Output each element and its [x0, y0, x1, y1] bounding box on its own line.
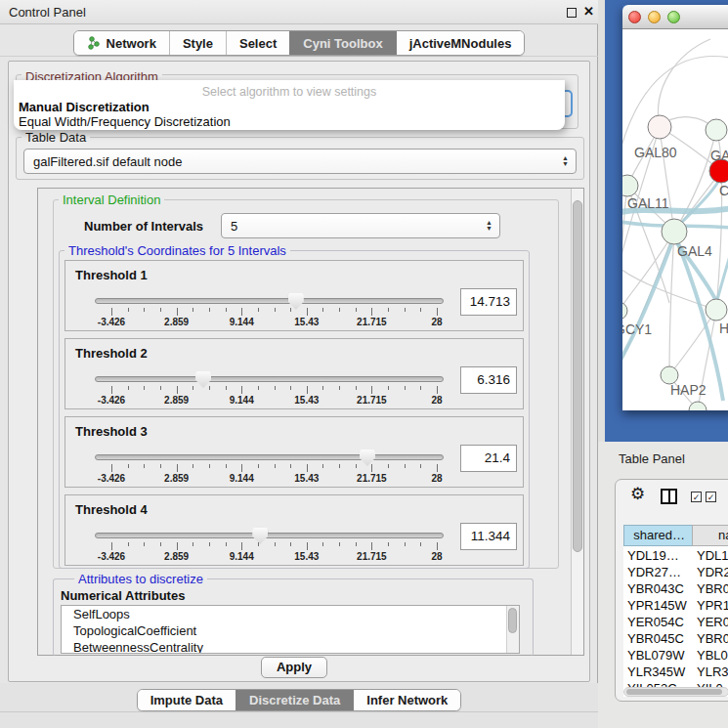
network-node[interactable] [706, 299, 727, 321]
network-node[interactable] [622, 302, 627, 320]
columns-icon[interactable] [661, 489, 677, 504]
column-header-name[interactable]: na [692, 525, 728, 546]
tick-label: -3.426 [98, 473, 125, 484]
network-icon [87, 36, 101, 50]
float-window-icon[interactable] [567, 8, 577, 18]
tab-jactivemnodules[interactable]: jActiveMNodules [396, 31, 525, 55]
table-data-select[interactable]: galFiltered.sif default node ▲▼ [23, 149, 577, 174]
threshold-slider-track[interactable] [95, 533, 444, 538]
tick-mark [339, 464, 340, 468]
tick-mark [258, 464, 259, 468]
network-node[interactable] [706, 119, 727, 141]
table-row[interactable]: YLR345WYLR3 [623, 664, 728, 680]
table-horizontal-scrollbar[interactable] [623, 687, 728, 697]
network-node[interactable] [648, 115, 671, 139]
attribute-item[interactable]: SelfLoops [62, 606, 519, 622]
tab-network[interactable]: Network [74, 31, 169, 55]
tick-mark [437, 386, 438, 394]
bottom-tab-impute-data[interactable]: Impute Data [138, 690, 236, 710]
threshold-slider-track[interactable] [95, 376, 444, 382]
slider-ticks [111, 308, 437, 317]
table-row[interactable]: YDR27…YDR2 [623, 564, 728, 580]
bottom-tab-discretize-data[interactable]: Discretize Data [236, 690, 353, 710]
table-cell-shared-name: YLR345W [623, 664, 693, 680]
number-of-intervals-select[interactable]: 5 ▲▼ [221, 213, 500, 238]
table-row[interactable]: YBL079WYBL0 [623, 647, 728, 664]
network-canvas[interactable]: GAL80GACGAL11GAL4GCY1HHAP2 [622, 29, 728, 410]
bottom-tab-infer-network[interactable]: Infer Network [353, 690, 460, 710]
tick-mark [209, 542, 210, 546]
close-traffic-light[interactable] [628, 11, 641, 23]
slider-ticks [111, 464, 437, 473]
screen: Control Panel ✕ NetworkStyleSelectCyni T… [0, 0, 728, 728]
slider-tick-labels: -3.4262.8599.14415.4321.71528 [111, 317, 437, 328]
threshold-value-field[interactable]: 11.344 [460, 523, 517, 550]
threshold-value-field[interactable]: 21.4 [460, 445, 517, 472]
algorithm-option-equal-width[interactable]: Equal Width/Frequency Discretization [18, 114, 561, 129]
table-cell-name: YBR0 [693, 580, 728, 597]
threshold-value-field[interactable]: 14.713 [460, 288, 517, 316]
table-row[interactable]: YBR043CYBR0 [623, 580, 728, 597]
tick-label: 2.859 [164, 473, 189, 484]
zoom-traffic-light[interactable] [667, 11, 680, 23]
network-edge[interactable] [660, 127, 674, 232]
network-edge-highlighted[interactable] [681, 182, 718, 223]
table-row[interactable]: YPR145WYPR1 [623, 597, 728, 614]
checkbox-icon[interactable]: ✓ [706, 492, 716, 502]
tab-style[interactable]: Style [169, 31, 226, 55]
table-row[interactable]: YBR045CYBR0 [623, 630, 728, 647]
network-node[interactable] [622, 175, 638, 196]
tab-label: Cyni Toolbox [303, 36, 382, 51]
tick-mark [226, 386, 227, 390]
tick-mark [258, 308, 259, 312]
minimize-traffic-light[interactable] [648, 11, 661, 23]
threshold-box-1: Threshold 1-3.4262.8599.14415.4321.71528… [64, 260, 524, 331]
table-panel: Table Panel ⚙ ✓ ✓ shared… na YDL19…YDL1Y… [598, 442, 728, 728]
tick-mark [241, 386, 242, 394]
network-node[interactable] [662, 219, 687, 244]
table-cell-shared-name: YDL19… [623, 547, 693, 564]
table-row[interactable]: YDL19…YDL1 [623, 547, 728, 564]
control-panel-titlebar: Control Panel ✕ [0, 0, 598, 24]
algorithm-dropdown-popup: Select algorithm to view settings Manual… [14, 80, 565, 130]
network-edge[interactable] [674, 130, 716, 232]
attribute-item[interactable]: BetweennessCentrality [62, 639, 519, 654]
network-edge[interactable] [659, 39, 710, 127]
tick-mark [405, 542, 406, 546]
network-node-label: GAL11 [627, 195, 669, 211]
threshold-slider-track[interactable] [95, 298, 444, 304]
settings-scrollbar[interactable] [571, 189, 583, 655]
attribute-item[interactable]: TopologicalCoefficient [62, 622, 519, 639]
tick-mark [275, 308, 276, 312]
close-icon[interactable]: ✕ [583, 4, 594, 19]
tab-label: Network [107, 36, 156, 51]
network-edge-highlighted[interactable] [678, 243, 723, 401]
table-panel-box: ⚙ ✓ ✓ shared… na YDL19…YDL1YDR27…YDR2YBR… [615, 479, 728, 702]
algorithm-option-manual[interactable]: Manual Discretization [18, 100, 561, 114]
bottom-tab-label: Impute Data [150, 693, 223, 707]
threshold-slider-track[interactable] [95, 454, 444, 460]
tick-mark [356, 386, 357, 390]
tick-mark [209, 386, 210, 390]
tick-mark [290, 464, 291, 468]
tick-mark [405, 464, 406, 468]
slider-tick-labels: -3.4262.8599.14415.4321.71528 [111, 395, 437, 407]
attributes-scrollbar[interactable] [506, 606, 519, 653]
network-edge-highlighted[interactable] [622, 244, 671, 366]
tick-mark [160, 308, 161, 312]
table-row[interactable]: YIL052CYIL0 [623, 680, 728, 687]
tick-mark [388, 308, 389, 312]
tick-mark [388, 542, 389, 546]
gear-icon[interactable]: ⚙ [630, 486, 645, 503]
tab-cyni-toolbox[interactable]: Cyni Toolbox [289, 31, 395, 55]
threshold-box-2: Threshold 2-3.4262.8599.14415.4321.71528… [64, 338, 524, 409]
checkbox-icon[interactable]: ✓ [691, 492, 702, 502]
table-row[interactable]: YER054CYER0 [623, 614, 728, 630]
column-header-shared-name[interactable]: shared… [623, 525, 693, 546]
tick-label: -3.426 [98, 551, 125, 562]
attributes-group-title: Attributes to discretize [74, 572, 207, 586]
network-edge[interactable] [669, 232, 674, 375]
threshold-value-field[interactable]: 6.316 [460, 366, 517, 394]
tab-select[interactable]: Select [226, 31, 289, 55]
apply-button[interactable]: Apply [261, 657, 327, 678]
